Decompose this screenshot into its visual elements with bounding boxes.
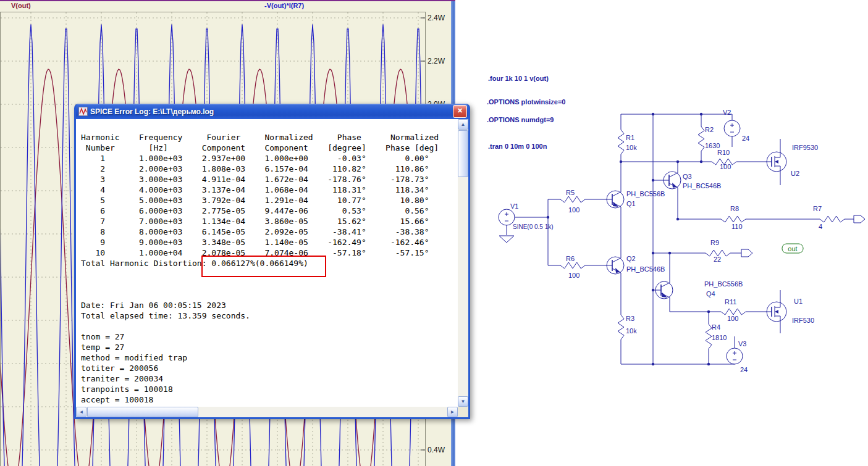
- junction-dot: [707, 310, 710, 313]
- vertical-scrollbar[interactable]: ▲ ▼: [458, 119, 468, 407]
- out-net-label[interactable]: out: [782, 244, 803, 253]
- component-label: PH_BC546B: [626, 265, 665, 273]
- component-label: 100: [568, 272, 579, 279]
- component-label: 24: [742, 135, 749, 142]
- vertical-scroll-thumb[interactable]: [458, 130, 468, 177]
- scrollbar-corner: [458, 407, 468, 417]
- spice-directive[interactable]: .OPTIONS plotwinsize=0: [487, 98, 565, 106]
- dialog-title: SPICE Error Log: E:\LT\дерьмо.log: [90, 107, 450, 116]
- spice-directive[interactable]: .tran 0 10m 0 100n: [488, 143, 547, 150]
- component-label: 4: [819, 223, 822, 230]
- resistor-symbol[interactable]: [820, 216, 845, 222]
- junction-dot: [652, 179, 654, 181]
- component-label: V1: [510, 202, 518, 210]
- component-label: 110: [731, 223, 743, 230]
- component-label: PH_BC546B: [683, 182, 721, 189]
- voltage-source-symbol[interactable]: [724, 120, 740, 136]
- ground-symbol[interactable]: [499, 236, 514, 243]
- port-arrow-icon[interactable]: [741, 249, 752, 257]
- close-button[interactable]: ✕: [453, 105, 467, 118]
- log-text: Harmonic Frequency Fourier Normalized Ph…: [76, 119, 458, 407]
- svg-text:out: out: [788, 245, 797, 252]
- pmos-transistor-symbol[interactable]: [767, 152, 786, 172]
- component-label: PH_BC556B: [704, 280, 743, 288]
- schematic-panel: outV224R110kR21630R10100IRF9530U2Q3PH_BC…: [455, 0, 868, 466]
- junction-dot: [700, 160, 702, 163]
- nmos-transistor-symbol[interactable]: [767, 302, 786, 322]
- resistor-symbol[interactable]: [706, 324, 712, 349]
- junction-dot: [676, 218, 679, 220]
- resistor-symbol[interactable]: [721, 309, 746, 315]
- component-label: 100: [568, 206, 579, 214]
- scroll-down-icon[interactable]: ▼: [458, 396, 468, 407]
- component-label: 1810: [712, 334, 727, 341]
- component-label: 10k: [626, 144, 637, 151]
- resistor-symbol[interactable]: [618, 130, 624, 154]
- y-axis-label[interactable]: 0.4W: [428, 446, 445, 454]
- component-label: Q1: [626, 200, 636, 207]
- component-label: IRF530: [792, 317, 814, 324]
- plot-header: V(out) -V(out)*I(R7): [0, 1, 455, 10]
- junction-dot: [652, 252, 654, 254]
- component-label: R5: [566, 189, 575, 196]
- spice-directive[interactable]: .OPTIONS numdgt=9: [487, 116, 554, 123]
- component-label: R1: [626, 134, 634, 141]
- component-label: U1: [794, 297, 803, 305]
- scroll-left-icon[interactable]: ◄: [76, 407, 86, 417]
- component-label: R4: [712, 323, 720, 331]
- voltage-source-symbol[interactable]: [727, 348, 743, 364]
- dialog-titlebar[interactable]: SPICE Error Log: E:\LT\дерьмо.log ✕: [76, 104, 468, 119]
- component-label: Q4: [706, 290, 715, 297]
- component-label: 100: [727, 315, 738, 322]
- resistor-symbol[interactable]: [560, 196, 585, 202]
- scroll-right-icon[interactable]: ►: [447, 407, 458, 417]
- component-label: R8: [730, 205, 739, 212]
- horizontal-scroll-thumb[interactable]: [87, 407, 198, 417]
- ltspice-icon: [78, 107, 88, 116]
- npn-transistor-symbol[interactable]: [604, 252, 624, 279]
- component-label: 22: [714, 256, 721, 263]
- component-label: R7: [813, 205, 822, 212]
- component-label: R11: [725, 298, 736, 306]
- component-label: V3: [738, 340, 746, 347]
- component-label: R2: [705, 126, 714, 133]
- junction-dot: [652, 363, 654, 365]
- y-axis-label[interactable]: 2.2W: [428, 57, 445, 65]
- trace-label-power[interactable]: -V(out)*I(R7): [264, 2, 304, 9]
- junction-dot: [547, 216, 549, 218]
- spice-directive[interactable]: .four 1k 10 1 v(out): [488, 75, 549, 82]
- junction-dot: [620, 160, 622, 163]
- dialog-body: Harmonic Frequency Fourier Normalized Ph…: [76, 119, 468, 417]
- junction-dot: [676, 160, 679, 163]
- junction-dot: [707, 363, 710, 365]
- pnp-transistor-symbol[interactable]: [604, 186, 624, 213]
- component-label: PH_BC556B: [626, 190, 665, 198]
- component-label: R10: [717, 149, 730, 156]
- component-label: R6: [566, 255, 575, 262]
- junction-dot: [700, 113, 702, 115]
- trace-label-vout[interactable]: V(out): [11, 2, 31, 9]
- component-label: SINE(0 0.5 1k): [513, 223, 554, 230]
- resistor-symbol[interactable]: [560, 262, 585, 268]
- y-axis-label[interactable]: 2.4W: [428, 14, 445, 22]
- scroll-up-icon[interactable]: ▲: [458, 119, 468, 130]
- resistor-symbol[interactable]: [698, 127, 704, 151]
- component-label: V2: [723, 109, 731, 116]
- component-label: 24: [740, 366, 748, 373]
- component-label: 10k: [626, 327, 637, 335]
- junction-dot: [652, 113, 654, 115]
- pnp-transistor-symbol[interactable]: [653, 277, 673, 304]
- junction-dot: [668, 252, 671, 254]
- component-label: Q3: [683, 173, 692, 180]
- horizontal-scrollbar[interactable]: ◄ ►: [76, 407, 458, 417]
- schematic-canvas[interactable]: outV224R110kR21630R10100IRF9530U2Q3PH_BC…: [455, 0, 868, 466]
- port-arrow-icon[interactable]: [854, 215, 865, 223]
- component-label: R9: [710, 239, 719, 246]
- resistor-symbol[interactable]: [618, 315, 624, 339]
- component-label: 100: [720, 163, 731, 170]
- component-label: IRF9530: [792, 144, 818, 151]
- component-label: U2: [791, 170, 799, 177]
- component-label: R3: [626, 315, 634, 322]
- resistor-symbol[interactable]: [721, 216, 746, 222]
- spice-error-log-window[interactable]: SPICE Error Log: E:\LT\дерьмо.log ✕ Harm…: [74, 104, 470, 419]
